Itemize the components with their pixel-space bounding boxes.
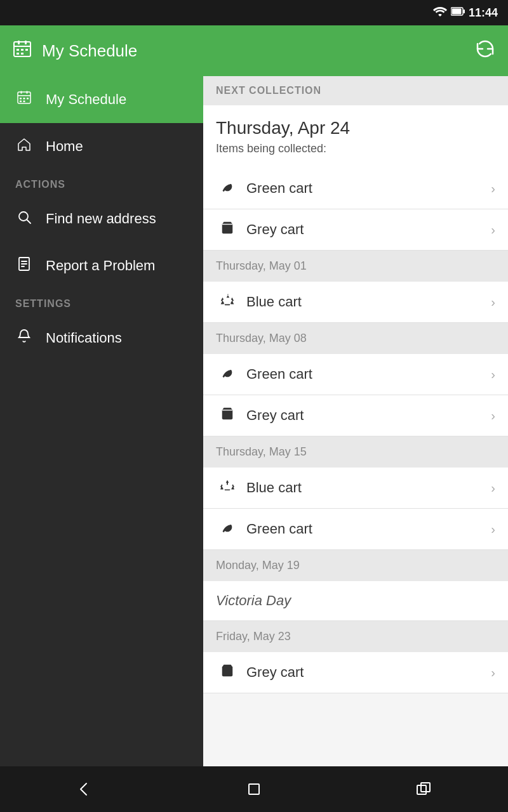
bottom-nav <box>0 766 508 812</box>
app-bar: My Schedule <box>0 25 508 76</box>
leaf-icon-2 <box>216 365 239 383</box>
svg-line-22 <box>27 220 31 224</box>
chevron-icon: › <box>491 181 495 196</box>
holiday-item-victoria-day: Victoria Day <box>203 581 508 621</box>
calendar-sidebar-icon <box>15 90 33 109</box>
bag-icon <box>216 221 239 239</box>
svg-rect-5 <box>18 41 20 44</box>
sidebar-item-find-address[interactable]: Find new address <box>0 195 203 242</box>
sidebar-report-problem-label: Report a Problem <box>46 258 155 274</box>
collection-item-blue-cart-may01[interactable]: Blue cart › <box>203 282 508 323</box>
battery-icon <box>451 7 465 18</box>
collection-item-grey-cart-may08[interactable]: Grey cart › <box>203 395 508 436</box>
svg-rect-6 <box>25 41 27 44</box>
svg-rect-7 <box>17 49 19 51</box>
collection-item-blue-cart-may15[interactable]: Blue cart › <box>203 468 508 509</box>
actions-section-header: ACTIONS <box>0 170 203 195</box>
svg-rect-19 <box>20 101 22 103</box>
sidebar-my-schedule-label: My Schedule <box>46 91 126 108</box>
date-header-may08: Thursday, May 08 <box>203 323 508 354</box>
settings-section-header: SETTINGS <box>0 289 203 315</box>
svg-rect-11 <box>21 53 23 55</box>
collection-item-green-cart-may15[interactable]: Green cart › <box>203 509 508 550</box>
date-header-may15: Thursday, May 15 <box>203 436 508 468</box>
svg-rect-17 <box>23 98 25 100</box>
refresh-button[interactable] <box>475 39 495 63</box>
svg-rect-2 <box>463 10 465 13</box>
home-icon <box>15 137 33 156</box>
home-nav-button[interactable] <box>229 771 279 807</box>
date-header-may01: Thursday, May 01 <box>203 251 508 282</box>
back-button[interactable] <box>59 771 110 807</box>
status-bar: 11:44 <box>0 0 508 25</box>
green-cart-label-3: Green cart <box>246 521 491 537</box>
grey-cart-label: Grey cart <box>246 221 491 238</box>
document-icon <box>15 256 33 275</box>
victoria-day-label: Victoria Day <box>216 593 291 608</box>
chevron-icon-2: › <box>491 223 495 237</box>
chevron-icon-7: › <box>491 522 495 537</box>
sidebar-item-home[interactable]: Home <box>0 123 203 170</box>
next-date-block: Thursday, Apr 24 Items being collected: <box>203 105 508 168</box>
wifi-icon <box>433 6 447 19</box>
sidebar-item-report-problem[interactable]: Report a Problem <box>0 242 203 289</box>
date-header-may19: Monday, May 19 <box>203 550 508 581</box>
search-icon <box>15 209 33 228</box>
recent-apps-button[interactable] <box>398 771 449 807</box>
svg-rect-13 <box>18 95 30 96</box>
sidebar-notifications-label: Notifications <box>46 330 122 346</box>
bag-icon-2 <box>216 407 239 424</box>
collection-item-green-cart-apr24[interactable]: Green cart › <box>203 168 508 209</box>
may23-item-label: Grey cart <box>246 664 491 681</box>
chevron-icon-6: › <box>491 481 495 495</box>
svg-rect-10 <box>17 53 19 55</box>
recycle-icon-2 <box>216 479 239 497</box>
grey-cart-label-2: Grey cart <box>246 407 491 424</box>
collection-item-placeholder-may23[interactable]: Grey cart › <box>203 652 508 693</box>
status-icons: 11:44 <box>433 6 498 20</box>
chevron-icon-3: › <box>491 295 495 310</box>
svg-rect-14 <box>21 91 22 94</box>
sidebar-home-label: Home <box>46 138 83 155</box>
collection-item-green-cart-may08[interactable]: Green cart › <box>203 354 508 395</box>
next-collection-header: NEXT COLLECTION <box>203 76 508 105</box>
bag-icon-3 <box>216 664 239 681</box>
svg-rect-15 <box>27 91 28 94</box>
svg-rect-1 <box>451 9 461 15</box>
content-area: NEXT COLLECTION Thursday, Apr 24 Items b… <box>203 76 508 766</box>
recycle-icon <box>216 293 239 311</box>
svg-rect-4 <box>14 46 30 47</box>
next-date-text: Thursday, Apr 24 <box>216 118 495 138</box>
svg-rect-8 <box>21 49 23 51</box>
svg-rect-20 <box>23 101 25 103</box>
sidebar: My Schedule Home ACTIONS Find new addres… <box>0 76 203 766</box>
sidebar-find-address-label: Find new address <box>46 211 156 227</box>
leaf-icon-3 <box>216 520 239 538</box>
chevron-icon-5: › <box>491 409 495 423</box>
sidebar-item-notifications[interactable]: Notifications <box>0 315 203 362</box>
next-date-sub: Items being collected: <box>216 142 495 162</box>
leaf-icon <box>216 180 239 197</box>
green-cart-label: Green cart <box>246 180 491 197</box>
svg-rect-29 <box>249 784 259 794</box>
chevron-icon-4: › <box>491 367 495 382</box>
blue-cart-label: Blue cart <box>246 294 491 310</box>
green-cart-label-2: Green cart <box>246 366 491 383</box>
blue-cart-label-2: Blue cart <box>246 480 491 496</box>
collection-item-grey-cart-apr24[interactable]: Grey cart › <box>203 209 508 251</box>
svg-rect-18 <box>27 98 29 100</box>
date-header-may23: Friday, May 23 <box>203 621 508 652</box>
chevron-icon-8: › <box>491 665 495 680</box>
status-time: 11:44 <box>469 6 498 20</box>
calendar-icon <box>13 39 32 63</box>
app-bar-left: My Schedule <box>13 39 137 63</box>
svg-rect-16 <box>20 98 22 100</box>
main-layout: My Schedule Home ACTIONS Find new addres… <box>0 76 508 766</box>
sidebar-item-my-schedule[interactable]: My Schedule <box>0 76 203 123</box>
app-bar-title: My Schedule <box>42 41 137 61</box>
svg-rect-9 <box>25 49 28 51</box>
bell-icon <box>15 329 33 348</box>
